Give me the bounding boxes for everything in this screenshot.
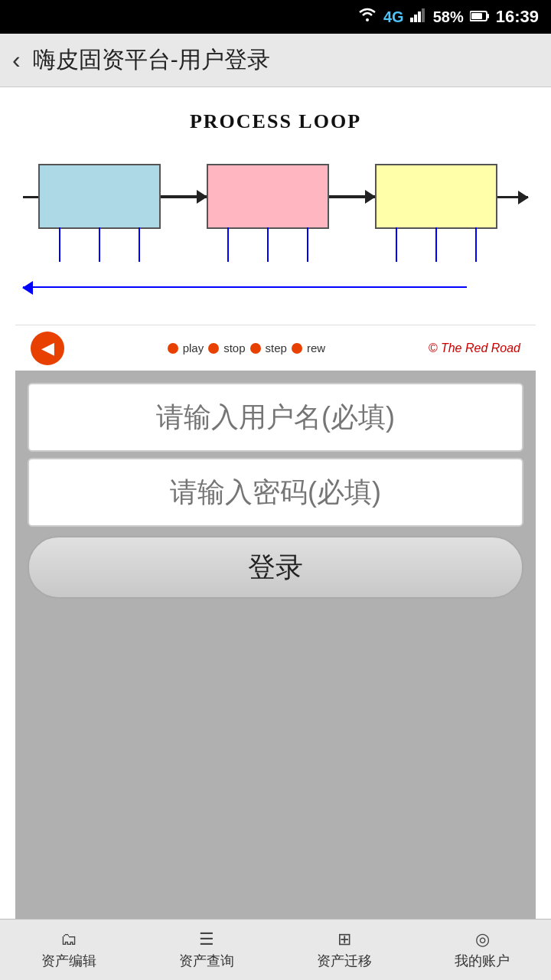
leg xyxy=(139,227,140,262)
process-loop-diagram xyxy=(23,156,528,294)
login-form: 登录 xyxy=(15,371,536,611)
leg xyxy=(59,227,60,262)
password-input[interactable] xyxy=(28,458,523,527)
leg xyxy=(396,227,397,262)
arrow-1-2 xyxy=(161,195,207,198)
filler-area xyxy=(15,611,536,919)
title-bar: ‹ 嗨皮固资平台-用户登录 xyxy=(0,34,551,87)
rew-label[interactable]: rew xyxy=(307,341,325,354)
leg xyxy=(475,227,477,262)
nav-label-asset-edit: 资产编辑 xyxy=(41,952,96,970)
diagram-title: PROCESS LOOP xyxy=(190,110,361,133)
username-input[interactable] xyxy=(28,383,523,452)
nav-item-asset-transfer[interactable]: ⊞ 资产迁移 xyxy=(276,920,413,980)
battery-icon xyxy=(470,7,490,27)
svg-rect-5 xyxy=(487,14,489,18)
process-box-2 xyxy=(207,164,329,229)
login-button[interactable]: 登录 xyxy=(28,536,523,599)
nav-label-my-account: 我的账户 xyxy=(455,952,510,970)
process-box-3 xyxy=(375,164,497,229)
stop-label[interactable]: stop xyxy=(223,341,245,354)
asset-transfer-icon: ⊞ xyxy=(337,929,351,949)
play-label[interactable]: play xyxy=(183,341,204,354)
nav-item-asset-query[interactable]: ☰ 资产查询 xyxy=(138,920,276,980)
asset-query-icon: ☰ xyxy=(199,929,214,949)
step-dot xyxy=(250,343,261,354)
box1-legs xyxy=(40,227,159,262)
leg xyxy=(307,227,308,262)
svg-rect-3 xyxy=(422,8,425,22)
copyright-text: © The Red Road xyxy=(429,341,520,355)
signal-icon xyxy=(410,7,427,27)
status-bar: 4G 58% 16:39 xyxy=(0,0,551,34)
leg xyxy=(435,227,437,262)
leg xyxy=(267,227,269,262)
stop-dot xyxy=(208,343,219,354)
back-circle-button[interactable]: ◀ xyxy=(31,332,64,365)
svg-rect-6 xyxy=(471,13,482,19)
boxes-container xyxy=(38,164,513,229)
return-flow-arrow xyxy=(23,286,467,288)
playback-controls: play stop step rew xyxy=(168,341,325,354)
nav-item-asset-edit[interactable]: 🗂 资产编辑 xyxy=(0,920,138,980)
login-button-label: 登录 xyxy=(248,549,303,586)
back-arrow-icon: ◀ xyxy=(41,338,54,358)
asset-edit-icon: 🗂 xyxy=(60,929,77,949)
process-box-1 xyxy=(38,164,161,229)
wifi-icon xyxy=(357,7,377,27)
svg-rect-2 xyxy=(418,11,421,22)
battery-percentage: 58% xyxy=(433,8,464,26)
play-dot xyxy=(168,343,178,354)
svg-rect-1 xyxy=(414,15,417,22)
nav-label-asset-transfer: 资产迁移 xyxy=(317,952,372,970)
time-display: 16:39 xyxy=(496,7,539,27)
box2-legs xyxy=(208,227,328,262)
page-title: 嗨皮固资平台-用户登录 xyxy=(33,44,270,76)
box3-legs xyxy=(377,227,496,262)
svg-rect-0 xyxy=(410,18,413,22)
step-label[interactable]: step xyxy=(266,341,287,354)
nav-item-my-account[interactable]: ◎ 我的账户 xyxy=(413,920,551,980)
my-account-icon: ◎ xyxy=(475,929,490,949)
leg xyxy=(99,227,100,262)
nav-label-asset-query: 资产查询 xyxy=(179,952,234,970)
controls-bar: ◀ play stop step rew © The Red Road xyxy=(15,325,536,371)
rew-dot xyxy=(292,343,302,354)
network-label: 4G xyxy=(383,8,404,26)
main-content: PROCESS LOOP xyxy=(0,87,551,919)
bottom-nav: 🗂 资产编辑 ☰ 资产查询 ⊞ 资产迁移 ◎ 我的账户 xyxy=(0,919,551,980)
arrow-2-3 xyxy=(329,195,375,198)
leg xyxy=(227,227,229,262)
back-button[interactable]: ‹ xyxy=(12,46,21,74)
